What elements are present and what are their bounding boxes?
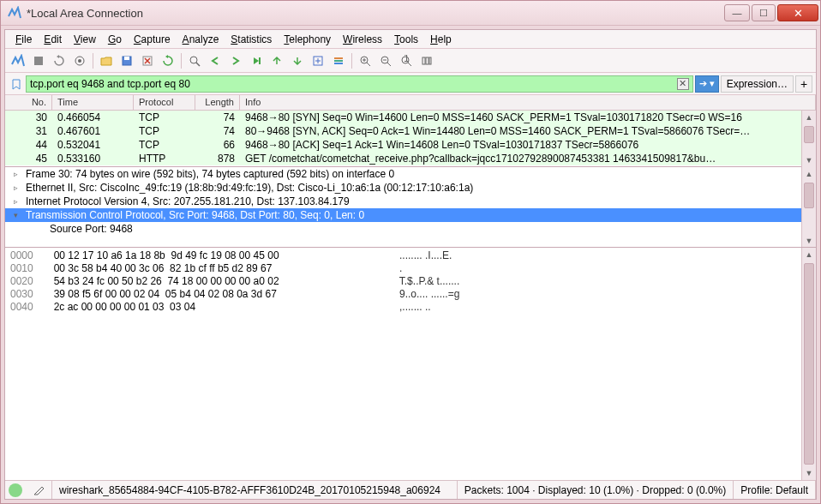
resize-columns-button[interactable] [417, 51, 436, 70]
col-time[interactable]: Time [52, 95, 134, 110]
app-icon [8, 6, 21, 20]
zoom-in-button[interactable] [356, 51, 375, 70]
auto-scroll-button[interactable] [309, 51, 327, 70]
hex-row[interactable]: 0040 2c ac 00 00 00 00 01 03 03 04 ,....… [10, 301, 811, 314]
capture-options-button[interactable] [70, 51, 89, 70]
tree-label: Internet Protocol Version 4, Src: 207.25… [26, 195, 350, 207]
menu-telephony[interactable]: Telephony [279, 32, 336, 47]
filter-bar: ✕ ➔ ▾ Expression… + [5, 73, 816, 95]
menu-statistics[interactable]: Statistics [225, 32, 277, 47]
hex-row[interactable]: 0010 00 3c 58 b4 40 00 3c 06 82 1b cf ff… [10, 262, 811, 275]
expert-info-icon[interactable] [9, 483, 22, 497]
packet-row[interactable]: 450.533160HTTP878GET /cometchat/cometcha… [5, 152, 816, 165]
svg-rect-17 [426, 57, 428, 64]
restart-capture-button[interactable] [50, 51, 69, 70]
tree-toggle-icon[interactable]: ▹ [14, 170, 22, 178]
tree-node[interactable]: ▾Transmission Control Protocol, Src Port… [5, 208, 816, 222]
client-area: FileEditViewGoCaptureAnalyzeStatisticsTe… [4, 29, 817, 500]
window-buttons: — ☐ ✕ [724, 4, 818, 21]
tree-node[interactable]: ▹Ethernet II, Src: CiscoInc_49:fc:19 (18… [5, 181, 816, 195]
packet-row[interactable]: 440.532041TCP669468→80 [ACK] Seq=1 Ack=1… [5, 138, 816, 152]
col-length[interactable]: Length [195, 95, 240, 110]
bytes-scrollbar[interactable]: ▲▼ [801, 248, 816, 480]
minimize-button[interactable]: — [724, 4, 750, 21]
menu-analyze[interactable]: Analyze [177, 32, 225, 47]
close-button[interactable]: ✕ [777, 4, 818, 21]
tree-toggle-icon[interactable]: ▹ [14, 183, 22, 192]
maximize-button[interactable]: ☐ [752, 4, 776, 21]
svg-rect-18 [429, 57, 431, 64]
svg-rect-4 [124, 57, 129, 60]
toolbar: 1 [5, 49, 816, 73]
packet-row[interactable]: 310.467601TCP7480→9468 [SYN, ACK] Seq=0 … [5, 124, 816, 138]
separator [93, 53, 93, 69]
window-title: *Local Area Connection [27, 7, 724, 20]
status-file: wireshark_85654884-94CF-4105-B782-AFFF36… [52, 481, 458, 499]
details-scrollbar[interactable]: ▲▼ [801, 167, 816, 248]
tree-node[interactable]: Source Port: 9468 [5, 222, 816, 236]
go-to-packet-button[interactable] [247, 51, 266, 70]
stop-capture-button[interactable] [29, 51, 48, 70]
add-filter-button[interactable]: + [795, 75, 812, 93]
display-filter-input[interactable] [30, 78, 677, 90]
svg-text:1: 1 [404, 55, 410, 64]
close-file-button[interactable] [138, 51, 157, 70]
hex-row[interactable]: 0020 54 b3 24 fc 00 50 b2 26 74 18 00 00… [10, 275, 811, 288]
menu-edit[interactable]: Edit [39, 32, 67, 47]
packet-list-pane: No. Time Protocol Length Info 300.466054… [5, 95, 816, 167]
tree-label: Ethernet II, Src: CiscoInc_49:fc:19 (18:… [26, 182, 473, 194]
packet-list-header[interactable]: No. Time Protocol Length Info [5, 95, 816, 111]
bookmark-icon[interactable] [9, 76, 24, 92]
tree-label: Transmission Control Protocol, Src Port:… [26, 209, 364, 221]
reload-button[interactable] [159, 51, 177, 70]
window: *Local Area Connection — ☐ ✕ FileEditVie… [0, 0, 821, 504]
zoom-reset-button[interactable]: 1 [397, 51, 416, 70]
svg-rect-7 [259, 57, 261, 64]
col-no[interactable]: No. [5, 95, 52, 110]
separator [181, 53, 182, 69]
svg-rect-10 [334, 60, 343, 62]
hex-row[interactable]: 0000 00 12 17 10 a6 1a 18 8b 9d 49 fc 19… [10, 249, 811, 262]
svg-point-6 [190, 57, 197, 63]
zoom-out-button[interactable] [376, 51, 395, 70]
edit-capture-icon[interactable] [26, 481, 52, 499]
svg-rect-0 [34, 57, 43, 65]
menu-view[interactable]: View [69, 32, 101, 47]
tree-label: Source Port: 9468 [50, 223, 133, 235]
svg-point-2 [78, 59, 81, 63]
apply-filter-button[interactable]: ➔ ▾ [695, 75, 719, 93]
go-forward-button[interactable] [226, 51, 245, 70]
status-profile[interactable]: Profile: Default [734, 481, 816, 499]
start-capture-button[interactable] [9, 51, 27, 70]
open-file-button[interactable] [97, 51, 116, 70]
packet-details-pane: ▹Frame 30: 74 bytes on wire (592 bits), … [5, 167, 816, 248]
menu-tools[interactable]: Tools [389, 32, 423, 47]
tree-node[interactable]: ▹Internet Protocol Version 4, Src: 207.2… [5, 195, 816, 208]
packet-row[interactable]: 300.466054TCP749468→80 [SYN] Seq=0 Win=1… [5, 111, 816, 124]
menu-capture[interactable]: Capture [129, 32, 176, 47]
save-file-button[interactable] [117, 51, 136, 70]
tree-node[interactable]: ▹Frame 30: 74 bytes on wire (592 bits), … [5, 167, 816, 181]
packet-list-body: 300.466054TCP749468→80 [SYN] Seq=0 Win=1… [5, 111, 816, 166]
tree-toggle-icon[interactable]: ▾ [14, 211, 22, 219]
find-packet-button[interactable] [185, 51, 204, 70]
col-info[interactable]: Info [240, 95, 816, 110]
go-last-button[interactable] [288, 51, 307, 70]
tree-label: Frame 30: 74 bytes on wire (592 bits), 7… [26, 168, 394, 180]
col-protocol[interactable]: Protocol [134, 95, 195, 110]
svg-rect-16 [422, 57, 425, 64]
menu-help[interactable]: Help [425, 32, 457, 47]
go-back-button[interactable] [206, 51, 225, 70]
colorize-button[interactable] [329, 51, 348, 70]
menu-wireless[interactable]: Wireless [338, 32, 387, 47]
packet-list-scrollbar[interactable]: ▲▼ [801, 111, 816, 167]
clear-filter-button[interactable]: ✕ [677, 78, 689, 90]
expression-button[interactable]: Expression… [721, 75, 794, 93]
menu-go[interactable]: Go [103, 32, 127, 47]
menu-file[interactable]: File [10, 32, 37, 47]
separator [351, 53, 352, 69]
tree-toggle-icon[interactable]: ▹ [14, 197, 22, 206]
hex-row[interactable]: 0030 39 08 f5 6f 00 00 02 04 05 b4 04 02… [10, 288, 811, 301]
go-first-button[interactable] [267, 51, 286, 70]
title-bar[interactable]: *Local Area Connection — ☐ ✕ [1, 1, 820, 26]
